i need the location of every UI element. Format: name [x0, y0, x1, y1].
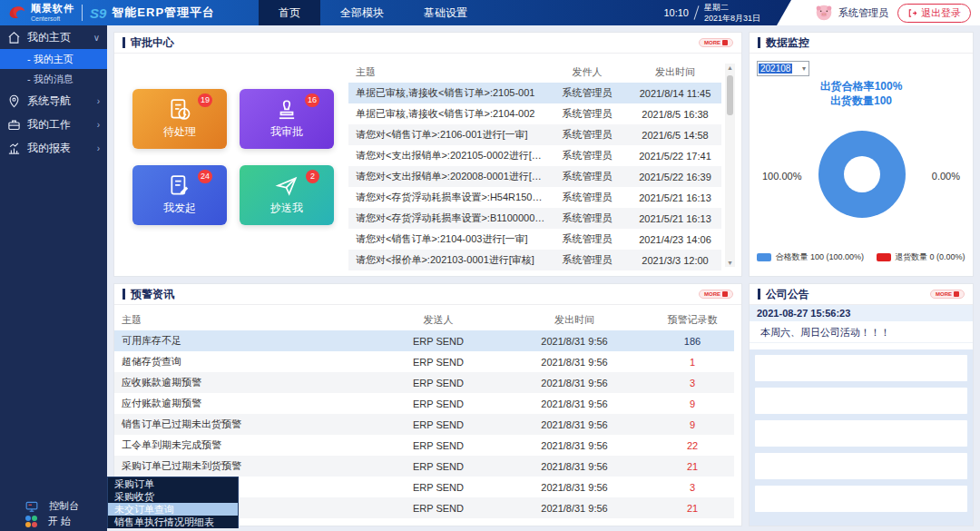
row-count: 1	[651, 357, 734, 368]
card-pending[interactable]: 19 待处理	[132, 89, 227, 149]
document-clock-icon	[168, 98, 191, 122]
sidebar: 我的主页 ∨ - 我的主页 - 我的消息 系统导航 › 我的工作 › 我的报表 …	[0, 25, 107, 531]
centersoft-logo-icon	[6, 3, 26, 23]
card-label: 我发起	[163, 201, 196, 216]
approval-row[interactable]: 请您对<销售订单>:2104-003进行[一审] 系统管理员 2021/4/23…	[348, 229, 721, 250]
approval-scrollbar[interactable]: ▲ ▼	[725, 64, 735, 267]
top-bar-blue: 顺景软件 Centersoft S9 智能ERP管理平台 首页 全部模块 基础设…	[0, 0, 791, 25]
row-count: 186	[651, 336, 734, 347]
approval-row[interactable]: 请您对<存货浮动耗损率设置>:B11000001进行[审核] 系统管理员 202…	[348, 208, 721, 229]
sidebar-subitem-my-home[interactable]: - 我的主页	[0, 49, 107, 69]
sidebar-item-my-home[interactable]: 我的主页 ∨	[0, 25, 107, 49]
row-subject: 超储存货查询	[114, 355, 378, 369]
chevron-right-icon: ›	[97, 120, 100, 130]
pending-badge: 19	[198, 93, 212, 107]
user-area: 系统管理员 退出登录	[815, 0, 980, 25]
chevron-down-icon: ∨	[93, 33, 100, 43]
popup-menu-item[interactable]: 销售单执行情况明细表	[108, 516, 238, 528]
briefcase-icon	[7, 118, 21, 132]
row-time: 2021/8/31 9:56	[498, 419, 651, 430]
announcement-empty-row	[755, 355, 967, 381]
sidebar-subitem-my-messages[interactable]: - 我的消息	[0, 69, 107, 89]
avatar[interactable]	[815, 4, 833, 22]
row-time: 2021/5/22 16:39	[629, 172, 721, 182]
card-initiated-by-me[interactable]: 24 我发起	[132, 165, 227, 225]
nav-tab-basic-settings[interactable]: 基础设置	[404, 0, 487, 25]
scrollbar-thumb[interactable]	[727, 75, 733, 115]
main-nav: 首页 全部模块 基础设置	[259, 0, 487, 25]
popup-menu-item[interactable]: 采购订单	[108, 477, 238, 490]
sidebar-bottom: 控制台 开 始	[0, 498, 107, 529]
announcement-empty-row	[755, 486, 967, 512]
row-count: 9	[651, 398, 734, 409]
row-sender: 系统管理员	[545, 253, 629, 267]
row-time: 2021/8/31 9:56	[498, 503, 651, 514]
approval-more-button[interactable]: MORE	[699, 38, 733, 47]
approval-row[interactable]: 单据已审核,请接收<销售订单>:2105-001 系统管理员 2021/8/14…	[348, 83, 721, 103]
sidebar-item-my-reports[interactable]: 我的报表 ›	[0, 136, 107, 160]
row-sender: ERP SEND	[378, 503, 498, 514]
approval-row[interactable]: 请您对<销售订单>:2106-001进行[一审] 系统管理员 2021/6/5 …	[348, 124, 721, 145]
approval-row[interactable]: 单据已审核,请接收<销售订单>:2104-002 系统管理员 2021/8/5 …	[348, 103, 721, 124]
alert-row[interactable]: 工令单到期未完成预警 ERP SEND 2021/8/31 9:56 22	[114, 435, 734, 456]
row-sender: ERP SEND	[378, 419, 498, 430]
stamp-icon	[275, 98, 299, 122]
period-select[interactable]: 202108 ▾	[757, 61, 809, 76]
scroll-down-icon[interactable]: ▼	[727, 259, 733, 267]
alerts-more-button[interactable]: MORE	[699, 290, 733, 299]
row-sender: ERP SEND	[378, 461, 498, 472]
approval-row[interactable]: 请您对<存货浮动耗损率设置>:H54R15006002进行[审核] 系统管理员 …	[348, 187, 721, 208]
date-label: 2021年8月31日	[704, 13, 760, 24]
popup-menu-item[interactable]: 未交订单查询	[108, 503, 238, 516]
col-time: 发出时间	[498, 313, 651, 327]
card-my-approvals[interactable]: 16 我审批	[240, 89, 334, 149]
popup-menu-item[interactable]: 采购收货	[108, 490, 238, 503]
alert-row[interactable]: 应付账款逾期预警 ERP SEND 2021/8/31 9:56 9	[114, 393, 734, 414]
row-subject: 单据已审核,请接收<销售订单>:2104-002	[348, 107, 545, 121]
row-subject: 请您对<报价单>:202103-0001进行[审核]	[348, 253, 545, 267]
alert-row[interactable]: 应收账款逾期预警 ERP SEND 2021/8/31 9:56 3	[114, 372, 734, 393]
main-content: 审批中心 MORE 19 待处理 16	[107, 25, 980, 531]
scroll-up-icon[interactable]: ▲	[727, 64, 733, 72]
card-label: 待处理	[163, 124, 196, 140]
more-icon	[954, 291, 959, 297]
row-subject: 请您对<销售订单>:2104-003进行[一审]	[348, 232, 545, 246]
row-count: 3	[651, 378, 734, 388]
clock-divider	[694, 5, 700, 20]
clock-date: 星期二 2021年8月31日	[704, 2, 760, 24]
start-button[interactable]: 开 始	[0, 514, 107, 529]
logout-button[interactable]: 退出登录	[897, 4, 971, 23]
logout-label: 退出登录	[921, 6, 961, 20]
col-count: 预警记录数	[651, 313, 734, 327]
row-count: 22	[651, 440, 734, 451]
alert-row[interactable]: 采购订单已过期未到货预警 ERP SEND 2021/8/31 9:56 21	[114, 456, 734, 477]
announcements-more-button[interactable]: MORE	[930, 290, 965, 299]
card-cc-to-me[interactable]: 2 抄送我	[240, 165, 334, 225]
alerts-panel-header: 预警资讯 MORE	[114, 284, 741, 305]
user-name: 系统管理员	[838, 6, 888, 20]
sidebar-item-my-work[interactable]: 我的工作 ›	[0, 113, 107, 136]
s9-logo: S9	[90, 5, 106, 21]
alert-row[interactable]: 超储存货查询 ERP SEND 2021/8/31 9:56 1	[114, 351, 734, 372]
alert-row[interactable]: 可用库存不足 ERP SEND 2021/8/31 9:56 186	[114, 330, 734, 351]
sidebar-item-label: 我的主页	[27, 30, 71, 45]
col-subject: 主题	[348, 65, 545, 79]
row-time: 2021/5/21 16:13	[629, 192, 721, 203]
approval-row[interactable]: 请您对<报价单>:202103-0001进行[审核] 系统管理员 2021/3/…	[348, 250, 721, 270]
row-time: 2021/8/14 11:45	[629, 88, 721, 99]
approval-row[interactable]: 请您对<支出报销单>:202105-0002进行[审核] 系统管理员 2021/…	[348, 145, 721, 166]
title-accent-bar	[122, 289, 125, 300]
sidebar-item-system-nav[interactable]: 系统导航 ›	[0, 89, 107, 113]
row-sender: ERP SEND	[378, 336, 498, 347]
alert-row[interactable]: 销售订单已过期未出货预警 ERP SEND 2021/8/31 9:56 9	[114, 414, 734, 435]
approval-row[interactable]: 请您对<支出报销单>:202008-0001进行[审核] 系统管理员 2021/…	[348, 166, 721, 187]
console-button[interactable]: 控制台	[0, 498, 107, 514]
announcement-empty-list	[750, 349, 973, 526]
chart-legend: 合格数量 100 (100.00%) 退货数量 0 (0.00%)	[750, 251, 973, 263]
brand-block: 顺景软件 Centersoft	[31, 4, 74, 22]
nav-tab-home[interactable]: 首页	[259, 0, 320, 25]
announcement-content[interactable]: 本周六、周日公司活动！！！	[750, 321, 973, 343]
nav-tab-all-modules[interactable]: 全部模块	[320, 0, 404, 25]
announcements-panel-title: 公司公告	[766, 287, 809, 302]
start-icon	[25, 516, 37, 527]
